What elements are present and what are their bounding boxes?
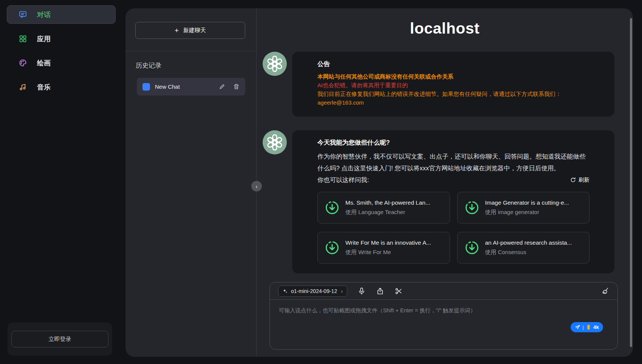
suggestion-subtitle: 使用 Consensus: [485, 249, 572, 256]
app-window: 对话 应用 绘画 音乐 立即登录: [0, 0, 642, 364]
token-coin-icon: [586, 324, 591, 330]
sidebar-item-draw[interactable]: 绘画: [7, 54, 116, 72]
announcement-line: 我们目前正在修复我们网站上的错误并改进细节。如果您有任何疑问，请通过以下方式联系…: [317, 89, 589, 98]
chat-bubble-icon: [19, 10, 27, 19]
sidebar-item-label: 应用: [37, 34, 51, 43]
suggestion-title: Image Generator is a cutting-e...: [485, 199, 569, 206]
scrollbar[interactable]: [630, 18, 632, 347]
assistant-avatar: [263, 130, 287, 154]
divider: [125, 51, 256, 51]
scissors-icon[interactable]: [394, 287, 403, 295]
history-item-title: New Chat: [155, 83, 211, 90]
history-title: 历史记录: [136, 61, 161, 70]
send-button[interactable]: | 4k: [571, 322, 603, 332]
assistant-avatar: [263, 52, 287, 76]
welcome-title: 今天我能为您做些什么呢?: [317, 139, 589, 147]
delete-icon[interactable]: [233, 83, 240, 90]
history-item[interactable]: New Chat: [137, 78, 245, 96]
badge-divider: |: [583, 324, 584, 330]
suggestion-subtitle: 使用 Write For Me: [345, 249, 431, 256]
chat-list-panel: + 新建聊天 历史记录 New Chat: [125, 8, 257, 357]
suggestion-title: Ms. Smith, the AI-powered Lan...: [345, 199, 430, 206]
message-input[interactable]: 可输入说点什么，也可贴截图或拖拽文件（Shift + Enter = 换行，"/…: [270, 300, 617, 349]
palette-icon: [19, 59, 27, 67]
send-plane-icon: [575, 324, 580, 330]
suggestion-title: Write For Me is an innovative A...: [345, 239, 431, 246]
contact-email[interactable]: ageerle@163.com: [317, 98, 589, 107]
announcement-card: 公告 本网站与任何其他公司或商标没有任何关联或合作关系 AI也会犯错。请勿将其用…: [292, 52, 614, 117]
clear-broom-icon[interactable]: [601, 287, 609, 295]
suggestion-card[interactable]: Image Generator is a cutting-e... 使用 ima…: [457, 192, 590, 224]
edit-icon[interactable]: [219, 83, 225, 90]
ask-hint: 你也可以这样问我:: [317, 174, 369, 186]
suggestion-card[interactable]: an AI-powered research assista... 使用 Con…: [457, 232, 590, 264]
composer: o1-mini-2024-09-12 ›: [269, 282, 618, 350]
chevron-right-icon: ›: [341, 288, 343, 294]
install-download-icon: [464, 240, 480, 255]
sparkle-icon: [283, 288, 288, 294]
sidebar-item-music[interactable]: 音乐: [7, 78, 116, 96]
announcement-line: 本网站与任何其他公司或商标没有任何关联或合作关系: [317, 72, 589, 81]
suggestion-card[interactable]: Ms. Smith, the AI-powered Lan... 使用 Lang…: [317, 192, 450, 224]
openai-logo-icon: [266, 134, 283, 151]
suggestion-title: an AI-powered research assista...: [485, 239, 572, 246]
message-list: 公告 本网站与任何其他公司或商标没有任何关联或合作关系 AI也会犯错。请勿将其用…: [263, 52, 614, 273]
sidebar-item-label: 绘画: [37, 59, 51, 68]
content-panel: ‹ + 新建聊天 历史记录 New Chat: [125, 8, 633, 357]
suggestion-card[interactable]: Write For Me is an innovative A... 使用 Wr…: [317, 232, 450, 264]
announcement-title: 公告: [317, 60, 589, 68]
sidebar: 对话 应用 绘画 音乐 立即登录: [0, 0, 125, 364]
chat-main: localhost: [257, 8, 633, 357]
suggestion-subtitle: 使用 image generator: [485, 209, 569, 216]
install-download-icon: [464, 200, 480, 215]
login-box: 立即登录: [8, 322, 112, 356]
collapse-sidebar-button[interactable]: ‹: [251, 181, 262, 191]
sidebar-item-label: 对话: [37, 10, 51, 19]
chat-item-icon: [142, 83, 150, 91]
message-welcome: 今天我能为您做些什么呢? 作为你的智慧伙伴，我不仅可以写文案、出点子，还可以和你…: [263, 130, 614, 273]
login-button[interactable]: 立即登录: [11, 331, 108, 347]
refresh-suggestions-button[interactable]: 刷新: [570, 176, 589, 184]
microphone-icon[interactable]: [357, 287, 366, 295]
welcome-body: 作为你的智慧伙伴，我不仅可以写文案、出点子，还可以和你聊天、回答问题。想知道我还…: [317, 151, 589, 174]
plus-icon: +: [175, 27, 179, 34]
new-chat-button[interactable]: + 新建聊天: [135, 22, 245, 39]
refresh-icon: [570, 177, 576, 183]
suggestion-grid: Ms. Smith, the AI-powered Lan... 使用 Lang…: [317, 192, 589, 264]
message-announcement: 公告 本网站与任何其他公司或商标没有任何关联或合作关系 AI也会犯错。请勿将其用…: [263, 52, 614, 117]
model-name: o1-mini-2024-09-12: [291, 288, 337, 294]
announcement-line: AI也会犯错。请勿将其用于重要目的: [317, 81, 589, 89]
model-selector[interactable]: o1-mini-2024-09-12 ›: [278, 285, 347, 297]
install-download-icon: [325, 240, 340, 255]
composer-toolbar: o1-mini-2024-09-12 ›: [270, 282, 617, 300]
sidebar-item-chat[interactable]: 对话: [7, 5, 116, 24]
input-placeholder: 可输入说点什么，也可贴截图或拖拽文件（Shift + Enter = 换行，"/…: [279, 307, 608, 314]
apps-grid-icon: [19, 34, 27, 43]
page-title: localhost: [257, 20, 633, 37]
upload-icon[interactable]: [376, 287, 384, 295]
install-download-icon: [325, 200, 340, 215]
sidebar-item-apps[interactable]: 应用: [7, 29, 116, 48]
welcome-card: 今天我能为您做些什么呢? 作为你的智慧伙伴，我不仅可以写文案、出点子，还可以和你…: [292, 130, 614, 273]
sidebar-item-label: 音乐: [37, 83, 51, 92]
token-count: 4k: [593, 324, 599, 330]
openai-logo-icon: [266, 55, 283, 72]
chevron-left-icon: ‹: [256, 184, 258, 189]
new-chat-label: 新建聊天: [183, 27, 206, 34]
music-note-icon: [19, 83, 27, 91]
suggestion-subtitle: 使用 Language Teacher: [345, 209, 430, 216]
